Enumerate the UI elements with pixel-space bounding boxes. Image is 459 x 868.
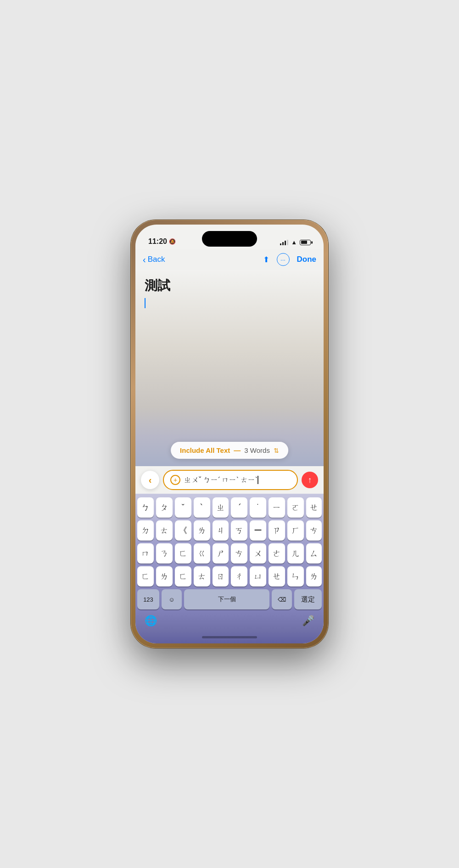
key-e2[interactable]: ㄝ <box>269 566 285 586</box>
home-indicator-bar <box>135 631 324 643</box>
include-pill-chevron-icon: ⇅ <box>274 447 279 454</box>
key-n[interactable]: ㄋ <box>156 543 173 564</box>
key-delete[interactable]: ⌫ <box>272 589 292 609</box>
key-ri[interactable]: ㄖ <box>213 566 229 586</box>
key-sh[interactable]: ㄕ <box>213 543 229 564</box>
nav-actions: ⬆ ··· Done <box>263 253 317 266</box>
key-tone2[interactable]: ˊ <box>231 497 247 518</box>
note-title: 測試 <box>145 277 314 294</box>
key-b[interactable]: ㄅ <box>137 497 154 518</box>
key-f3[interactable]: ㄈ <box>175 566 191 586</box>
more-dots-icon: ··· <box>280 256 285 263</box>
include-pill-bold-text: Include All Text <box>180 446 230 454</box>
key-c2[interactable]: ㄘ <box>231 543 247 564</box>
include-all-text-pill[interactable]: Include All Text — 3 Words ⇅ <box>171 442 288 459</box>
key-row-bottom: 123 ☺ 下一個 ⌫ 選定 <box>137 589 322 609</box>
input-plus-icon[interactable]: + <box>170 475 180 485</box>
signal-bar-4 <box>287 240 288 245</box>
signal-bar-1 <box>280 243 281 245</box>
home-indicator <box>202 636 257 638</box>
key-d[interactable]: ㄉ <box>137 520 154 541</box>
input-back-chevron-icon: ‹ <box>149 475 152 485</box>
more-button[interactable]: ··· <box>277 253 290 266</box>
key-p[interactable]: ㄆ <box>156 497 173 518</box>
key-guillemets[interactable]: 《 <box>175 520 191 541</box>
text-cursor <box>145 298 146 308</box>
status-icons: ▲ <box>280 239 311 246</box>
nav-bar: ‹ Back ⬆ ··· Done <box>135 249 324 270</box>
key-tone4[interactable]: ˋ <box>194 497 210 518</box>
back-button[interactable]: ‹ Back <box>143 255 165 264</box>
battery-fill <box>301 241 307 244</box>
bell-icon: 🔕 <box>169 238 176 245</box>
input-text: ㄓㄨˇ ㄅㄧˊ ㄇㄧˋ ㄊㄧˋ <box>184 475 291 485</box>
globe-icon[interactable]: 🌐 <box>145 615 157 627</box>
dictation-input-field[interactable]: + ㄓㄨˇ ㄅㄧˊ ㄇㄧˋ ㄊㄧˋ <box>163 470 298 490</box>
back-chevron-icon: ‹ <box>143 255 146 264</box>
key-i[interactable]: ㄧ <box>269 497 285 518</box>
signal-bar-3 <box>285 241 286 245</box>
key-t2[interactable]: ㄊ <box>194 566 210 586</box>
key-l2[interactable]: ㄌ <box>156 566 173 586</box>
include-pill-dash: — <box>234 446 241 454</box>
bottom-bar: 🌐 🎤 <box>135 611 324 631</box>
key-emoji[interactable]: ☺ <box>162 589 182 609</box>
send-arrow-icon: ↑ <box>308 475 312 485</box>
battery-icon <box>300 240 311 245</box>
key-row-2: ㄉ ㄊ 《 ㄌ ㄐ ㄎ ー ㄗ ㄏ ㄘ <box>137 520 322 541</box>
key-row-3: ㄇ ㄋ ㄈ ㄍ ㄕ ㄘ ㄨ ㄜ ㄦ ㄙ <box>137 543 322 564</box>
key-f[interactable]: ㄈ <box>175 543 191 564</box>
share-icon[interactable]: ⬆ <box>263 255 269 265</box>
key-z[interactable]: ㄗ <box>269 520 285 541</box>
phone-screen: 11:20 🔕 ▲ ‹ Back <box>135 225 324 643</box>
key-yu[interactable]: ㄩ <box>250 566 266 586</box>
key-ch[interactable]: ㄔ <box>231 566 247 586</box>
key-l[interactable]: ㄌ <box>194 520 210 541</box>
key-tone5[interactable]: ˙ <box>250 497 266 518</box>
key-er[interactable]: ㄜ <box>269 543 285 564</box>
key-h[interactable]: ㄏ <box>287 520 304 541</box>
wifi-icon: ▲ <box>291 239 297 246</box>
key-c[interactable]: ㄘ <box>306 520 322 541</box>
key-m[interactable]: ㄇ <box>137 543 154 564</box>
key-j[interactable]: ㄐ <box>213 520 229 541</box>
status-time: 11:20 🔕 <box>148 237 176 246</box>
send-button[interactable]: ↑ <box>302 472 318 488</box>
key-confirm[interactable]: 選定 <box>294 589 322 609</box>
input-cursor <box>257 476 258 484</box>
back-label: Back <box>148 255 165 264</box>
key-dash[interactable]: ー <box>250 520 266 541</box>
key-row-4: ㄈ ㄌ ㄈ ㄊ ㄖ ㄔ ㄩ ㄝ ㄣ ㄌ <box>137 566 322 586</box>
key-r[interactable]: ㄦ <box>287 543 304 564</box>
key-t[interactable]: ㄊ <box>156 520 173 541</box>
signal-bars <box>280 240 288 245</box>
key-tone3[interactable]: ˇ <box>175 497 191 518</box>
key-rows: ㄅ ㄆ ˇ ˋ ㄓ ˊ ˙ ㄧ ㄛ ㄝ ㄉ ㄊ 《 ㄌ ㄐ <box>137 497 322 609</box>
key-o[interactable]: ㄛ <box>287 497 304 518</box>
time-text: 11:20 <box>148 237 167 246</box>
key-f2[interactable]: ㄈ <box>137 566 154 586</box>
key-s[interactable]: ㄙ <box>306 543 322 564</box>
note-content-area[interactable]: 測試 Include All Text — 3 Words ⇅ <box>135 270 324 466</box>
input-back-button[interactable]: ‹ <box>141 471 159 489</box>
key-e[interactable]: ㄝ <box>306 497 322 518</box>
key-u[interactable]: ㄨ <box>250 543 266 564</box>
key-l3[interactable]: ㄌ <box>306 566 322 586</box>
phone-frame: 11:20 🔕 ▲ ‹ Back <box>131 220 328 648</box>
key-en[interactable]: ㄣ <box>287 566 304 586</box>
keyboard: ㄅ ㄆ ˇ ˋ ㄓ ˊ ˙ ㄧ ㄛ ㄝ ㄉ ㄊ 《 ㄌ ㄐ <box>135 494 324 611</box>
key-k[interactable]: ㄎ <box>231 520 247 541</box>
key-g[interactable]: ㄍ <box>194 543 210 564</box>
note-body <box>145 298 314 310</box>
done-button[interactable]: Done <box>297 255 317 264</box>
key-zh[interactable]: ㄓ <box>213 497 229 518</box>
include-pill-count-text: 3 Words <box>244 446 270 454</box>
signal-bar-2 <box>282 242 284 245</box>
key-numbers[interactable]: 123 <box>137 589 159 609</box>
microphone-icon[interactable]: 🎤 <box>302 615 314 627</box>
key-row-1: ㄅ ㄆ ˇ ˋ ㄓ ˊ ˙ ㄧ ㄛ ㄝ <box>137 497 322 518</box>
key-next[interactable]: 下一個 <box>184 589 269 609</box>
dynamic-island <box>202 231 257 247</box>
dictation-input-bar: ‹ + ㄓㄨˇ ㄅㄧˊ ㄇㄧˋ ㄊㄧˋ ↑ <box>135 466 324 494</box>
